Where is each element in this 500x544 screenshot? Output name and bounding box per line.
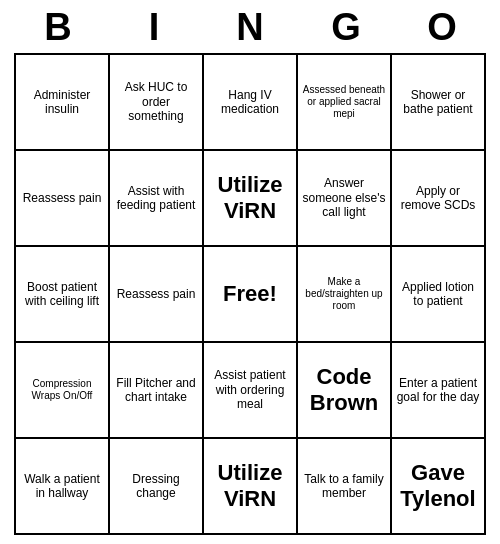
cell-r1-c4[interactable]: Apply or remove SCDs [392, 151, 486, 247]
cell-r4-c0[interactable]: Walk a patient in hallway [16, 439, 110, 535]
cell-r2-c2[interactable]: Free! [204, 247, 298, 343]
cell-r4-c2[interactable]: Utilize ViRN [204, 439, 298, 535]
bingo-grid: Administer insulinAsk HUC to order somet… [14, 53, 486, 535]
cell-r1-c2[interactable]: Utilize ViRN [204, 151, 298, 247]
cell-r1-c3[interactable]: Answer someone else's call light [298, 151, 392, 247]
bingo-letter-n: N [206, 6, 294, 49]
cell-r4-c4[interactable]: Gave Tylenol [392, 439, 486, 535]
cell-r0-c1[interactable]: Ask HUC to order something [110, 55, 204, 151]
cell-r0-c3[interactable]: Assessed beneath or applied sacral mepi [298, 55, 392, 151]
bingo-letter-i: I [110, 6, 198, 49]
cell-r4-c3[interactable]: Talk to a family member [298, 439, 392, 535]
bingo-letter-b: B [14, 6, 102, 49]
bingo-letter-g: G [302, 6, 390, 49]
cell-r0-c0[interactable]: Administer insulin [16, 55, 110, 151]
cell-r4-c1[interactable]: Dressing change [110, 439, 204, 535]
cell-r3-c0[interactable]: Compression Wraps On/Off [16, 343, 110, 439]
bingo-header: BINGO [10, 0, 490, 53]
cell-r3-c1[interactable]: Fill Pitcher and chart intake [110, 343, 204, 439]
cell-r1-c0[interactable]: Reassess pain [16, 151, 110, 247]
cell-r3-c4[interactable]: Enter a patient goal for the day [392, 343, 486, 439]
cell-r1-c1[interactable]: Assist with feeding patient [110, 151, 204, 247]
cell-r0-c4[interactable]: Shower or bathe patient [392, 55, 486, 151]
cell-r0-c2[interactable]: Hang IV medication [204, 55, 298, 151]
cell-r3-c2[interactable]: Assist patient with ordering meal [204, 343, 298, 439]
cell-r2-c4[interactable]: Applied lotion to patient [392, 247, 486, 343]
cell-r2-c1[interactable]: Reassess pain [110, 247, 204, 343]
cell-r2-c0[interactable]: Boost patient with ceiling lift [16, 247, 110, 343]
cell-r3-c3[interactable]: Code Brown [298, 343, 392, 439]
bingo-letter-o: O [398, 6, 486, 49]
cell-r2-c3[interactable]: Make a bed/straighten up room [298, 247, 392, 343]
